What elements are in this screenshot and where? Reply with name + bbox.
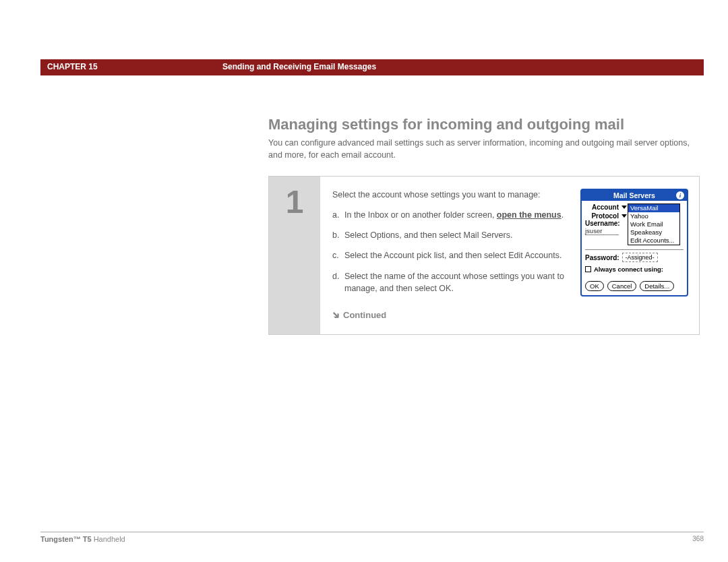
continued-indicator: ➔Continued — [332, 308, 567, 322]
dropdown-option-versamail[interactable]: VersaMail — [628, 204, 679, 212]
divider — [585, 249, 684, 250]
account-label: Account — [585, 204, 620, 211]
palm-screenshot: Mail Servers i Account — [580, 189, 688, 322]
password-value[interactable]: -Assigned- — [622, 253, 658, 262]
page-number: 368 — [692, 535, 704, 543]
dropdown-icon[interactable] — [621, 206, 627, 209]
palm-titlebar: Mail Servers i — [582, 190, 687, 201]
section-intro: You can configure advanced mail settings… — [268, 137, 704, 161]
dropdown-option-edit-accounts[interactable]: Edit Accounts... — [628, 237, 679, 245]
always-connect-label: Always connect using: — [594, 266, 663, 273]
details-button[interactable]: Details... — [640, 281, 674, 291]
info-icon[interactable]: i — [676, 191, 684, 199]
substep-a: a. In the Inbox or on another folder scr… — [332, 209, 567, 221]
substep-c: c. Select the Account pick list, and the… — [332, 249, 567, 261]
step-number: 1 — [269, 183, 320, 220]
section-title: Managing settings for incoming and outgo… — [268, 116, 704, 133]
dropdown-icon[interactable] — [621, 214, 627, 218]
step-intro: Select the account whose settings you wa… — [332, 189, 567, 201]
dropdown-option-speakeasy[interactable]: Speakeasy — [628, 228, 679, 237]
step-number-column: 1 — [269, 177, 320, 334]
page-footer: Tungsten™ T5 Handheld 368 — [40, 532, 704, 543]
username-value[interactable]: jsuser — [585, 227, 619, 235]
arrow-down-right-icon: ➔ — [328, 307, 344, 323]
protocol-label: Protocol — [585, 212, 620, 220]
header-bar: CHAPTER 15 Sending and Receiving Email M… — [40, 59, 704, 75]
substep-d: d. Select the name of the account whose … — [332, 270, 567, 294]
cancel-button[interactable]: Cancel — [607, 281, 637, 291]
open-menus-link[interactable]: open the menus — [497, 210, 562, 220]
dropdown-option-workemail[interactable]: Work Email — [628, 220, 679, 228]
chapter-label: CHAPTER 15 — [40, 59, 216, 75]
chapter-title: Sending and Receiving Email Messages — [216, 59, 704, 75]
password-label: Password: — [585, 254, 619, 261]
substep-b: b. Select Options, and then select Mail … — [332, 229, 567, 241]
step-box: 1 Select the account whose settings you … — [268, 176, 700, 335]
product-name: Tungsten™ T5 Handheld — [40, 535, 125, 543]
always-connect-checkbox[interactable] — [585, 266, 591, 272]
ok-button[interactable]: OK — [585, 281, 604, 291]
username-label: Username: — [585, 220, 629, 227]
account-dropdown-list[interactable]: VersaMail Yahoo Work Email Speakeasy Edi… — [628, 204, 680, 245]
dropdown-option-yahoo[interactable]: Yahoo — [628, 212, 679, 220]
